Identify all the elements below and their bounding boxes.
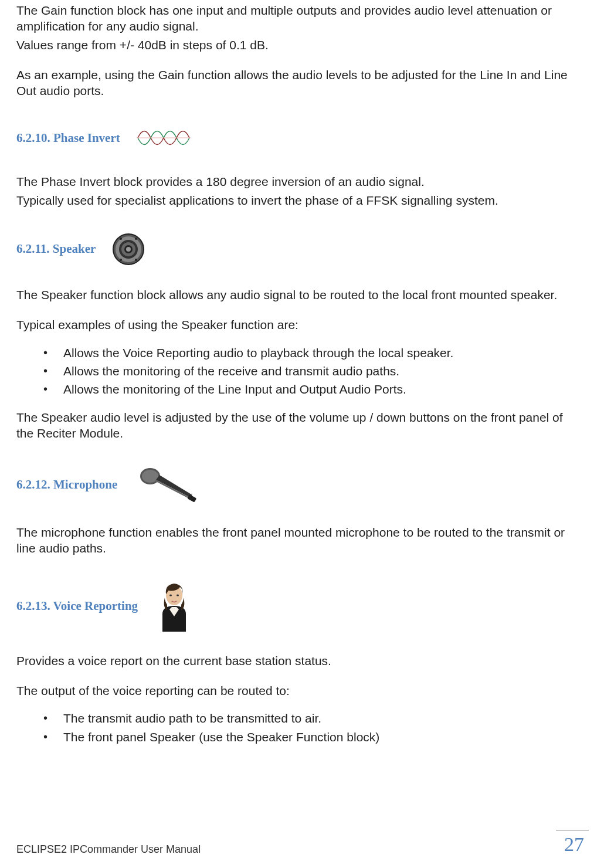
speaker-icon bbox=[112, 233, 145, 266]
list-item: Allows the Voice Reporting audio to play… bbox=[43, 345, 581, 361]
body-text: The Speaker audio level is adjusted by t… bbox=[16, 409, 581, 442]
body-text: The Phase Invert block provides a 180 de… bbox=[16, 174, 581, 189]
phase-invert-icon bbox=[137, 123, 191, 152]
intro-paragraph: Values range from +/- 40dB in steps of 0… bbox=[16, 37, 581, 53]
footer-doc-title: ECLIPSE2 IPCommander User Manual bbox=[16, 843, 201, 857]
body-text: Provides a voice report on the current b… bbox=[16, 653, 581, 669]
section-heading-voice-reporting: 6.2.13. Voice Reporting bbox=[16, 598, 138, 614]
svg-point-6 bbox=[126, 247, 131, 252]
list-item: Allows the monitoring of the Line Input … bbox=[43, 381, 581, 397]
section-heading-speaker: 6.2.11. Speaker bbox=[16, 241, 96, 257]
body-text: The output of the voice reporting can be… bbox=[16, 683, 581, 699]
list-item: The front panel Speaker (use the Speaker… bbox=[43, 729, 581, 745]
body-text: The Speaker function block allows any au… bbox=[16, 287, 581, 303]
list-item: Allows the monitoring of the receive and… bbox=[43, 363, 581, 379]
intro-paragraph: As an example, using the Gain function a… bbox=[16, 67, 581, 99]
section-heading-row: 6.2.11. Speaker bbox=[16, 233, 581, 266]
body-text: The microphone function enables the fron… bbox=[16, 524, 581, 557]
svg-point-9 bbox=[120, 259, 122, 261]
svg-point-8 bbox=[135, 238, 137, 240]
microphone-icon bbox=[134, 466, 198, 503]
body-text: Typically used for specialist applicatio… bbox=[16, 192, 581, 208]
section-heading-microphone: 6.2.12. Microphone bbox=[16, 477, 117, 493]
bullet-list: The transmit audio path to be transmitte… bbox=[43, 710, 581, 745]
svg-point-7 bbox=[120, 238, 122, 240]
page-footer: ECLIPSE2 IPCommander User Manual 27 bbox=[16, 830, 589, 857]
list-item: The transmit audio path to be transmitte… bbox=[43, 710, 581, 726]
svg-point-16 bbox=[177, 594, 179, 596]
section-heading-row: 6.2.13. Voice Reporting bbox=[16, 581, 581, 632]
body-text: Typical examples of using the Speaker fu… bbox=[16, 317, 581, 333]
bullet-list: Allows the Voice Reporting audio to play… bbox=[43, 345, 581, 398]
section-heading-row: 6.2.12. Microphone bbox=[16, 466, 581, 503]
section-heading-row: 6.2.10. Phase Invert bbox=[16, 123, 581, 152]
svg-point-15 bbox=[169, 594, 172, 596]
voice-reporting-icon bbox=[154, 581, 194, 632]
svg-point-10 bbox=[135, 259, 137, 261]
intro-paragraph: The Gain function block has one input an… bbox=[16, 2, 581, 35]
section-heading-phase-invert: 6.2.10. Phase Invert bbox=[16, 130, 120, 146]
footer-page-number: 27 bbox=[556, 830, 589, 857]
